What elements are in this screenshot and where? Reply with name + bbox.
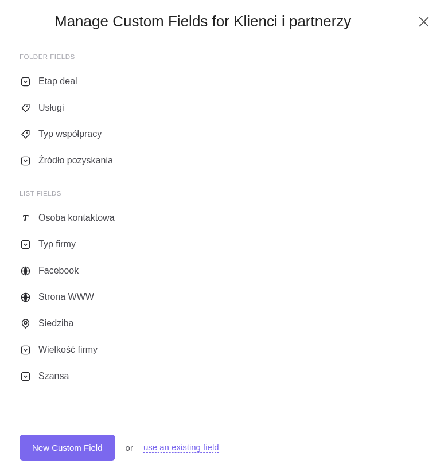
field-item-facebook[interactable]: Facebook	[20, 257, 428, 284]
use-existing-field-link[interactable]: use an existing field	[143, 442, 219, 453]
field-item-uslugi[interactable]: Usługi	[20, 95, 428, 121]
field-item-label: Typ współpracy	[38, 129, 102, 139]
field-item-etap-deal[interactable]: Etap deal	[20, 68, 428, 95]
field-item-zrodlo-pozyskania[interactable]: Źródło pozyskania	[20, 147, 428, 174]
close-button[interactable]	[416, 14, 432, 30]
folder-fields-section-label: FOLDER FIELDS	[20, 53, 428, 60]
globe-icon	[20, 265, 31, 276]
field-item-label: Typ firmy	[38, 239, 76, 249]
field-item-label: Usługi	[38, 103, 64, 113]
field-item-label: Osoba kontaktowa	[38, 213, 115, 223]
dropdown-icon	[20, 344, 31, 356]
field-item-typ-firmy[interactable]: Typ firmy	[20, 231, 428, 257]
list-fields-section-label: LIST FIELDS	[20, 190, 428, 197]
field-item-label: Strona WWW	[38, 292, 94, 302]
globe-icon	[20, 291, 31, 303]
new-custom-field-button[interactable]: New Custom Field	[20, 435, 115, 461]
field-item-osoba-kontaktowa[interactable]: T Osoba kontaktowa	[20, 205, 428, 231]
field-item-szansa[interactable]: Szansa	[20, 363, 428, 389]
dialog-footer: New Custom Field or use an existing fiel…	[0, 419, 448, 476]
field-item-label: Źródło pozyskania	[38, 155, 113, 166]
field-item-label: Etap deal	[38, 76, 77, 87]
field-item-typ-wspolpracy[interactable]: Typ współpracy	[20, 121, 428, 147]
dropdown-icon	[20, 370, 31, 382]
close-icon	[418, 15, 430, 28]
dialog-title: Manage Custom Fields for Klienci i partn…	[54, 13, 351, 30]
dropdown-icon	[20, 155, 31, 166]
field-item-label: Facebook	[38, 266, 79, 276]
field-item-label: Siedziba	[38, 318, 73, 329]
dropdown-icon	[20, 76, 31, 87]
field-item-wielkosc-firmy[interactable]: Wielkość firmy	[20, 337, 428, 363]
dialog-header: Manage Custom Fields for Klienci i partn…	[0, 0, 448, 37]
tag-icon	[20, 102, 31, 114]
or-text: or	[126, 443, 133, 452]
field-item-strona-www[interactable]: Strona WWW	[20, 284, 428, 310]
field-item-label: Szansa	[38, 371, 69, 381]
field-item-label: Wielkość firmy	[38, 345, 98, 355]
fields-scroll-area: FOLDER FIELDS Etap deal Usługi Typ współ…	[0, 37, 448, 413]
tag-icon	[20, 128, 31, 140]
text-icon: T	[20, 212, 31, 224]
dropdown-icon	[20, 239, 31, 250]
field-item-siedziba[interactable]: Siedziba	[20, 310, 428, 337]
pin-icon	[20, 318, 31, 329]
